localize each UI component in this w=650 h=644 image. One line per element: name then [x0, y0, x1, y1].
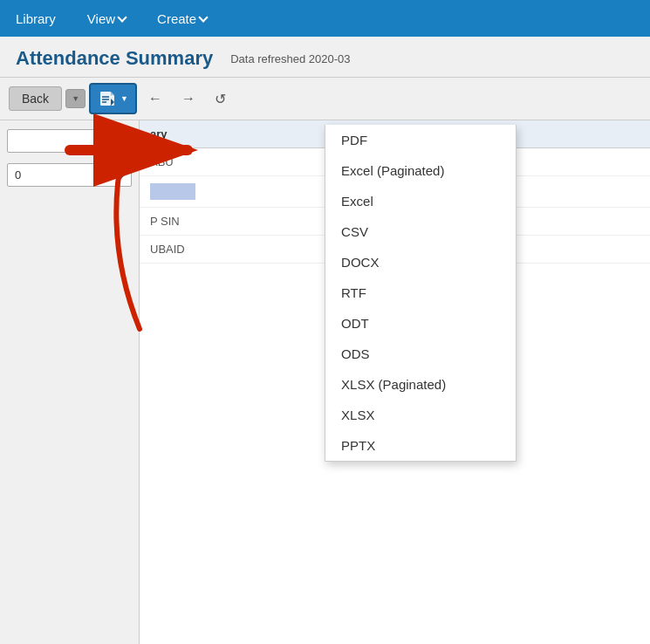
filter-sidebar: 0 — [0, 120, 140, 644]
filter-dropdown-2-value: 0 — [15, 168, 21, 182]
filter-dropdown-2-arrow-icon — [115, 169, 125, 179]
back-dropdown[interactable] — [65, 89, 86, 108]
nav-library[interactable]: Library — [9, 6, 63, 31]
export-dropdown-menu: PDFExcel (Paginated)ExcelCSVDOCXRTFODTOD… — [325, 125, 517, 462]
export-xlsx-paginated[interactable]: XLSX (Paginated) — [325, 369, 516, 400]
nav-view-arrow-icon — [117, 12, 127, 22]
back-button[interactable]: Back — [9, 86, 62, 111]
export-odt[interactable]: ODT — [325, 308, 516, 339]
svg-marker-1 — [111, 92, 114, 95]
report-title: Attendance Summary — [16, 47, 213, 70]
nav-view-label: View — [87, 11, 115, 26]
nav-refresh-button[interactable]: ↺ — [207, 86, 234, 112]
export-rtf[interactable]: RTF — [325, 277, 516, 308]
filter-dropdown-1-arrow-icon — [115, 135, 125, 145]
filter-dropdown-2[interactable]: 0 — [7, 163, 132, 187]
top-navigation: Library View Create — [0, 0, 650, 37]
export-icon — [98, 89, 117, 108]
nav-library-label: Library — [16, 11, 56, 26]
export-docx[interactable]: DOCX — [325, 247, 516, 277]
content-area: Attendance Summary Data refreshed 2020-0… — [0, 37, 650, 644]
filter-dropdown-1-value — [15, 134, 18, 147]
export-excel-paginated[interactable]: Excel (Paginated) — [325, 155, 516, 186]
nav-create[interactable]: Create — [150, 6, 214, 31]
export-button[interactable]: ▼ — [89, 83, 137, 114]
nav-back-button[interactable]: ← — [140, 86, 170, 111]
toolbar: Back ▼ PDFEx — [0, 78, 650, 120]
export-button-wrapper: ▼ PDFExcel (Paginated)ExcelCSVDOCXRTFODT… — [89, 83, 137, 114]
nav-forward-button[interactable]: → — [174, 86, 203, 111]
export-xlsx[interactable]: XLSX — [325, 400, 516, 430]
report-header: Attendance Summary Data refreshed 2020-0… — [0, 37, 650, 78]
export-csv[interactable]: CSV — [325, 216, 516, 247]
svg-rect-0 — [100, 92, 111, 106]
export-ods[interactable]: ODS — [325, 339, 516, 369]
data-refreshed-label: Data refreshed 2020-03 — [230, 52, 350, 65]
nav-create-label: Create — [157, 11, 196, 26]
export-chevron-icon: ▼ — [120, 94, 128, 103]
nav-create-arrow-icon — [198, 12, 208, 22]
export-pptx[interactable]: PPTX — [325, 430, 516, 461]
nav-view[interactable]: View — [80, 6, 133, 31]
filter-dropdown-1[interactable] — [7, 129, 132, 153]
export-excel[interactable]: Excel — [325, 186, 516, 216]
report-highlight-cell — [150, 183, 195, 200]
export-pdf[interactable]: PDF — [325, 125, 516, 155]
